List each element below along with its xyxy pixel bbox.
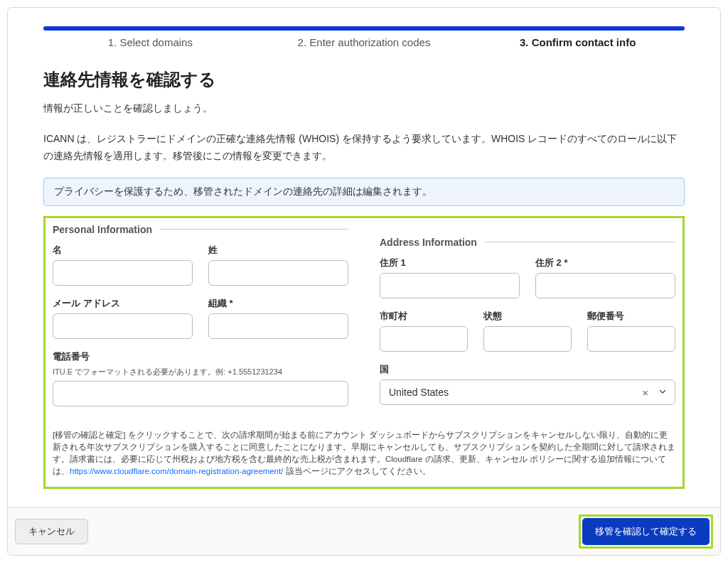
city-label: 市町村	[380, 310, 468, 323]
zip-input[interactable]	[587, 326, 675, 352]
last-name-input[interactable]	[208, 260, 348, 286]
phone-hint: ITU.E でフォーマットされる必要があります。例: +1.5551231234	[53, 367, 348, 377]
progress-bar	[43, 26, 685, 31]
fine-print: [移管の確認と確定] をクリックすることで、次の請求期間が始まる前にアカウント …	[53, 429, 675, 478]
phone-label: 電話番号	[53, 350, 348, 363]
phone-input[interactable]	[53, 381, 348, 406]
first-name-input[interactable]	[53, 260, 193, 286]
org-input[interactable]	[208, 313, 348, 339]
privacy-notice: プライバシーを保護するため、移管されたドメインの連絡先の詳細は編集されます。	[43, 178, 685, 206]
org-label: 組織 *	[208, 297, 348, 310]
addr1-input[interactable]	[380, 273, 520, 298]
page-description: ICANN は、レジストラーにドメインの正確な連絡先情報 (WHOIS) を保持…	[43, 131, 685, 165]
email-label: メール アドレス	[53, 297, 193, 310]
state-label: 状態	[483, 310, 572, 323]
page-title: 連絡先情報を確認する	[43, 68, 685, 91]
step-3: 3. Confirm contact info	[471, 36, 685, 48]
main-card: 1. Select domains 2. Enter authorization…	[7, 7, 721, 556]
addr1-label: 住所 1	[380, 257, 520, 269]
page-subtitle: 情報が正しいことを確認しましょう。	[43, 102, 685, 115]
zip-label: 郵便番号	[587, 310, 675, 323]
email-input[interactable]	[53, 313, 193, 339]
step-1: 1. Select domains	[43, 36, 257, 48]
steps-row: 1. Select domains 2. Enter authorization…	[43, 36, 685, 48]
state-input[interactable]	[483, 326, 572, 352]
form-highlight-box: Personal Information 名 姓	[43, 216, 685, 489]
cancel-button[interactable]: キャンセル	[15, 519, 88, 544]
addr2-label: 住所 2 *	[535, 257, 675, 269]
address-legend: Address Information	[380, 237, 477, 248]
last-name-label: 姓	[208, 244, 348, 257]
addr2-input[interactable]	[535, 273, 675, 298]
country-select[interactable]: United States	[380, 379, 675, 405]
personal-info-section: Personal Information 名 姓	[53, 224, 348, 418]
step-2: 2. Enter authorization codes	[257, 36, 471, 48]
first-name-label: 名	[53, 244, 193, 257]
address-info-section: Address Information 住所 1 住所 2 *	[380, 224, 675, 418]
city-input[interactable]	[380, 326, 468, 352]
personal-legend: Personal Information	[53, 224, 152, 235]
footer-bar: キャンセル 移管を確認して確定する	[8, 507, 720, 555]
confirm-button[interactable]: 移管を確認して確定する	[582, 518, 710, 545]
clear-icon[interactable]: ×	[642, 386, 648, 398]
country-label: 国	[380, 363, 675, 376]
confirm-button-highlight: 移管を確認して確定する	[579, 514, 713, 549]
agreement-link[interactable]: https://www.cloudflare.com/domain-regist…	[70, 467, 283, 475]
